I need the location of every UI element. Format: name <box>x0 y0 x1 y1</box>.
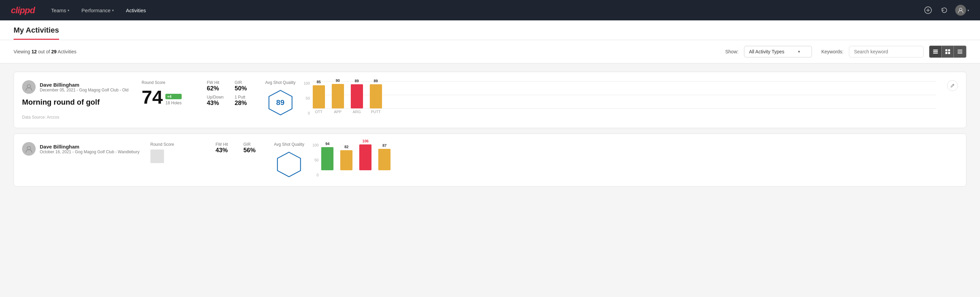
stat-1putt: 1 Putt 28% <box>235 95 255 107</box>
activity-card: Dave Billingham October 16, 2021 - Gog M… <box>14 134 966 187</box>
page-header: My Activities <box>0 21 980 40</box>
score-badge-col: +4 18 Holes <box>165 94 181 105</box>
add-button[interactable] <box>923 5 934 16</box>
y-axis: 100 50 0 <box>312 143 318 177</box>
avatar <box>22 142 36 156</box>
grid-view-button[interactable] <box>942 46 954 57</box>
svg-rect-5 <box>933 51 938 52</box>
nav-item-teams[interactable]: Teams ▾ <box>46 5 75 16</box>
activity-title: Morning round of golf <box>22 98 131 107</box>
data-source: Data Source: Arccos <box>22 115 131 120</box>
user-name: Dave Billingham <box>40 144 140 150</box>
chevron-down-icon: ▾ <box>798 49 800 54</box>
bar-chart: 100 50 0 <box>304 81 936 115</box>
hexagon-wrap <box>274 151 304 178</box>
nav-right: ▾ <box>923 5 969 16</box>
svg-rect-7 <box>945 49 947 51</box>
activity-type-dropdown[interactable]: All Activity Types ▾ <box>744 46 812 57</box>
viewing-count: 12 <box>32 49 37 54</box>
shot-quality-col: Avg Shot Quality <box>274 142 304 178</box>
shot-quality-col: Avg Shot Quality 89 <box>265 80 296 116</box>
chevron-down-icon: ▾ <box>112 8 114 12</box>
round-score-section: Round Score 74 +4 18 Holes <box>142 80 196 107</box>
bar-ott: 94 <box>321 142 334 170</box>
bar-arg: 106 <box>359 139 371 170</box>
bar-ott: 85 <box>313 80 325 109</box>
nav-item-activities[interactable]: Activities <box>121 5 151 16</box>
bar-putt: 89 <box>370 79 382 109</box>
shot-quality-score: 89 <box>276 98 284 107</box>
svg-rect-8 <box>948 49 950 51</box>
card-left: Dave Billingham December 05, 2021 - Gog … <box>22 80 131 120</box>
user-menu[interactable]: ▾ <box>955 5 969 16</box>
chevron-down-icon: ▾ <box>967 8 969 12</box>
hexagon-wrap: 89 <box>265 89 296 116</box>
round-score-label: Round Score <box>142 80 196 85</box>
bar-arg: 89 <box>351 79 363 109</box>
page-title: My Activities <box>14 26 59 40</box>
shot-quality-label: Avg Shot Quality <box>274 142 304 147</box>
user-date: December 05, 2021 - Gog Magog Golf Club … <box>40 88 128 93</box>
svg-rect-4 <box>933 50 938 51</box>
svg-rect-10 <box>948 52 950 54</box>
list-compact-view-button[interactable] <box>929 46 942 57</box>
stats-section: FW Hit 62% GIR 50% Up/Down 43% 1 Putt 28… <box>207 80 255 107</box>
score-placeholder <box>150 150 164 163</box>
bar-app: 82 <box>340 145 353 170</box>
toolbar: Viewing 12 out of 29 Activities Show: Al… <box>0 40 980 64</box>
navbar: clippd Teams ▾ Performance ▾ Activities … <box>0 0 980 21</box>
shot-quality-section: Avg Shot Quality 100 50 0 <box>274 142 958 178</box>
card-left: Dave Billingham October 16, 2021 - Gog M… <box>22 142 140 160</box>
chevron-down-icon: ▾ <box>68 8 69 12</box>
user-info: Dave Billingham December 05, 2021 - Gog … <box>40 82 128 93</box>
round-score-label: Round Score <box>150 142 205 147</box>
view-buttons <box>929 46 966 58</box>
svg-rect-12 <box>958 51 963 52</box>
app-logo[interactable]: clippd <box>11 5 35 16</box>
stat-fw-hit: FW Hit 62% <box>207 80 226 92</box>
stats-section: FW Hit 43% GIR 56% <box>216 142 263 154</box>
user-row: Dave Billingham December 05, 2021 - Gog … <box>22 80 131 94</box>
hexagon: 89 <box>267 89 294 116</box>
activity-card: Dave Billingham December 05, 2021 - Gog … <box>14 72 966 128</box>
svg-rect-11 <box>958 50 963 50</box>
keywords-label: Keywords: <box>821 49 843 54</box>
show-label: Show: <box>725 49 738 54</box>
nav-items: Teams ▾ Performance ▾ Activities <box>46 5 912 16</box>
stat-gir: GIR 50% <box>235 80 255 92</box>
holes-label: 18 Holes <box>165 101 181 105</box>
score-row: 74 +4 18 Holes <box>142 88 196 107</box>
user-row: Dave Billingham October 16, 2021 - Gog M… <box>22 142 140 156</box>
stat-gir: GIR 56% <box>243 142 263 154</box>
stat-fw-hit: FW Hit 43% <box>216 142 235 154</box>
svg-rect-6 <box>933 53 938 54</box>
bar-putt: 87 <box>378 144 390 170</box>
user-name: Dave Billingham <box>40 82 128 88</box>
svg-rect-14 <box>958 53 963 54</box>
score-badge: +4 <box>165 94 181 99</box>
shot-quality-section: Avg Shot Quality 89 100 50 0 <box>265 80 936 116</box>
edit-button[interactable] <box>947 80 958 91</box>
bar-chart: 100 50 0 94 <box>312 143 958 177</box>
shot-quality-label: Avg Shot Quality <box>265 80 296 85</box>
round-score-section: Round Score <box>150 142 205 163</box>
user-date: October 16, 2021 - Gog Magog Golf Club -… <box>40 150 140 154</box>
viewing-text: Viewing 12 out of 29 Activities <box>14 49 720 54</box>
bar-app: 90 <box>332 78 344 109</box>
svg-rect-9 <box>945 52 947 54</box>
refresh-button[interactable] <box>939 5 950 16</box>
avatar <box>955 5 966 16</box>
user-info: Dave Billingham October 16, 2021 - Gog M… <box>40 144 140 154</box>
stat-updown: Up/Down 43% <box>207 95 226 107</box>
score-value: 74 <box>142 88 163 107</box>
nav-item-performance[interactable]: Performance ▾ <box>76 5 119 16</box>
viewing-total: 29 <box>51 49 57 54</box>
search-input[interactable] <box>849 46 924 57</box>
svg-marker-18 <box>277 152 301 177</box>
avatar <box>22 80 36 94</box>
y-axis: 100 50 0 <box>304 81 310 115</box>
svg-rect-13 <box>958 52 963 53</box>
list-detail-view-button[interactable] <box>954 46 966 57</box>
score-row <box>150 150 205 163</box>
activities-list: Dave Billingham December 05, 2021 - Gog … <box>0 64 980 195</box>
